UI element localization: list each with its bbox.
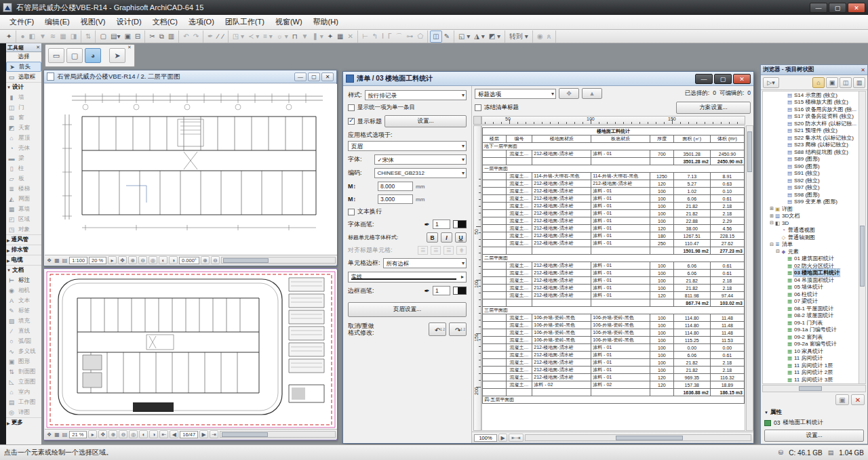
- detail-tool[interactable]: ◎详图: [6, 407, 41, 417]
- table-row[interactable]: 混凝土…106-外墙-瓷砖-黑色106-外墙-瓷砖-黑色100114.8011.…: [483, 329, 745, 337]
- horizontal-scrollbar[interactable]: [220, 431, 336, 438]
- tree-item[interactable]: ▦08-1 平屋面统计: [763, 305, 858, 312]
- label-tool[interactable]: ✎标签: [6, 306, 41, 316]
- door-tool[interactable]: ◫门: [6, 102, 41, 112]
- object-dd-icon[interactable]: ▼: [300, 31, 311, 42]
- style-select[interactable]: 按行排记录: [365, 90, 467, 100]
- table-row[interactable]: 混凝土…212-楼地面-清水砼涂料 - 0110021.822.18: [483, 285, 745, 292]
- section-tool[interactable]: ⇅剖面图: [6, 367, 41, 377]
- floorplan-window-titlebar[interactable]: 石管局武威办公楼VBE-R14 / 2. 二层平面图 —▢✕: [44, 70, 336, 83]
- italic-button[interactable]: I: [441, 232, 452, 243]
- menu-文件(F)[interactable]: 文件(F): [4, 16, 39, 28]
- paste-icon[interactable]: ▥: [166, 31, 176, 42]
- view-dd-2-icon[interactable]: ◮ ▾: [472, 31, 487, 42]
- title-settings-button[interactable]: 设置...: [384, 115, 467, 127]
- layout-canvas[interactable]: [45, 270, 337, 430]
- quick-options-icon[interactable]: ❖: [46, 432, 52, 438]
- grid-snap-icon[interactable]: ⇅: [83, 31, 93, 42]
- freeze-header-checkbox[interactable]: [475, 104, 481, 111]
- menu-设计(D)[interactable]: 设计(D): [111, 16, 146, 28]
- tree-item[interactable]: ▤S89 (图形): [763, 156, 858, 163]
- tree-item[interactable]: ▦07 梁统计: [763, 298, 858, 306]
- schedule-dialog[interactable]: 清单 / 03 楼地面工料统计 —▢✕ 样式: 按行排记录 显示统一项为单一条目…: [342, 71, 754, 444]
- minimize-button[interactable]: —: [695, 74, 713, 84]
- tree-item[interactable]: ⊟◆元素: [763, 248, 858, 255]
- tree-item[interactable]: ▦08-2 坡屋面统计: [763, 312, 858, 320]
- tree-item[interactable]: ▤S15 楼梯放大图 (独立): [763, 99, 858, 106]
- font-size-input[interactable]: 8.000: [378, 182, 413, 191]
- dim-7-icon[interactable]: ⬠: [416, 31, 426, 42]
- beam-dd-icon[interactable]: ≡ ▾: [261, 31, 275, 42]
- layer-5-icon[interactable]: ▦: [58, 31, 68, 42]
- shell-tool[interactable]: ◔壳体: [6, 143, 41, 153]
- tree-item[interactable]: ▦09-2a 窗编号统计: [763, 341, 858, 348]
- layer-2-icon[interactable]: ◧: [26, 31, 37, 42]
- collapse-triangle-icon[interactable]: ▼: [764, 411, 768, 415]
- tree-item[interactable]: ▦11 房间统计: [763, 355, 858, 362]
- maximize-button[interactable]: ▢: [308, 72, 320, 81]
- copy-icon[interactable]: ⧉: [157, 31, 166, 42]
- fill-tool[interactable]: ▨填充: [6, 316, 41, 326]
- dim-6-icon[interactable]: ⊶: [405, 31, 416, 42]
- zoom-menu-icon[interactable]: ▸: [108, 256, 117, 264]
- table-row[interactable]: 地下一层平面图: [483, 143, 745, 150]
- font-select[interactable]: ✓宋体: [374, 154, 467, 165]
- merge-cells-button[interactable]: ▲: [582, 88, 602, 99]
- elevation-tool[interactable]: ◺立面图: [6, 377, 41, 387]
- quick-options-icon[interactable]: ❖: [46, 257, 52, 264]
- tree-item[interactable]: ▤S92 (独立): [763, 177, 858, 184]
- open-file-icon[interactable]: ▤▾: [108, 31, 122, 42]
- rotate-mode-icon[interactable]: ◕: [85, 48, 101, 63]
- tree-item[interactable]: ⊟◧3D: [763, 219, 858, 227]
- tree-item[interactable]: ▤S23 爬梯 (以标记独立): [763, 142, 858, 149]
- more-group[interactable]: ▶更多: [6, 417, 41, 427]
- menu-视窗(W)[interactable]: 视窗(W): [270, 16, 308, 28]
- layer-4-icon[interactable]: ≋: [48, 31, 58, 42]
- layout-window[interactable]: ❖▦▤21 %▸✥⊕⊖◎◐◑⇤◀16/47▶⇥: [43, 268, 337, 440]
- tree-item[interactable]: ▤S99 变更单 (图形): [763, 198, 858, 206]
- line-spacing-input[interactable]: 3.000: [378, 194, 413, 204]
- dim-1-icon[interactable]: ⊢: [360, 31, 370, 42]
- tree-item[interactable]: ▤S16 设备用房放大图 (独...: [763, 106, 858, 113]
- zoom-menu-icon[interactable]: ▸: [88, 430, 97, 438]
- table-row[interactable]: 混凝土…212-楼地面-清水砼涂料 - 01250110.4727.62: [483, 240, 745, 247]
- arrow-tool[interactable]: ➤箭头: [6, 62, 41, 72]
- layers-icon[interactable]: ▦: [54, 432, 60, 438]
- prev-zoom-icon[interactable]: ◐: [139, 430, 148, 438]
- tree-item[interactable]: ▦02 防火分区统计: [763, 262, 858, 270]
- menu-文档(C)[interactable]: 文档(C): [147, 16, 183, 28]
- layer-6-icon[interactable]: ◨: [68, 31, 79, 42]
- tree-item[interactable]: ▦03 楼地面工料统计: [763, 270, 858, 277]
- border-pen-input[interactable]: 1: [433, 286, 450, 295]
- tree-item[interactable]: ⊞▣详图: [763, 205, 858, 213]
- tree-item[interactable]: ▦01 建筑面积统计: [763, 255, 858, 263]
- fit-width-icon[interactable]: ⇤⇥: [509, 434, 524, 442]
- tree-item[interactable]: ▤S88 结构提坑图 (独立): [763, 148, 858, 156]
- mesh-dd-icon[interactable]: ☼ ▾: [275, 31, 290, 42]
- align-center-icon[interactable]: ☰: [431, 246, 441, 255]
- app-titlebar[interactable]: 石管局武威办公楼VBE-R14 - Graphisoft ArchiCAD-64…: [0, 0, 868, 15]
- undo-format-button[interactable]: ↶1 2: [429, 322, 446, 336]
- table-row[interactable]: 混凝土…212-楼地面-清水砼涂料 - 0110022.882.29: [483, 217, 745, 225]
- menu-编辑(E)[interactable]: 编辑(E): [39, 16, 75, 28]
- close-button[interactable]: ✕: [848, 3, 865, 13]
- close-button[interactable]: ✕: [321, 72, 334, 81]
- table-row[interactable]: 混凝土…212-楼地面-清水砼涂料 - 01120811.9897.44: [483, 292, 745, 299]
- cable-group[interactable]: ▶电缆: [6, 255, 41, 265]
- table-row[interactable]: 混凝土…212-楼地面-清水砼涂料 - 017003501.282450.90: [483, 150, 745, 158]
- zoom-in-icon[interactable]: ⊕: [108, 430, 117, 438]
- apply-format-select[interactable]: 页眉: [348, 141, 467, 151]
- table-row[interactable]: 混凝土…212-楼地面-清水砼涂料 - 01120969.35116.32: [483, 374, 745, 381]
- polyline-tool[interactable]: ∿多义线: [6, 346, 41, 356]
- cut-icon[interactable]: ✂: [147, 31, 157, 42]
- collapse-minus-icon[interactable]: ⊟: [775, 249, 781, 254]
- tree-item[interactable]: ▤S17 设备房提资料 (独立): [763, 113, 858, 121]
- reset-view-icon[interactable]: ⊖: [211, 256, 220, 264]
- align-justify-icon[interactable]: ⋕: [456, 246, 467, 255]
- title-options-select[interactable]: 标题选项: [475, 89, 556, 99]
- pickup-params-icon[interactable]: ✒: [205, 31, 215, 42]
- tree-item[interactable]: ▦09-1 门列表: [763, 319, 858, 327]
- show-title-checkbox[interactable]: [348, 118, 355, 125]
- table-row[interactable]: 混凝土…212-楼地面-清水砼涂料 - 011006.060.61: [483, 270, 745, 277]
- navigator-close-icon[interactable]: ✕: [861, 67, 865, 73]
